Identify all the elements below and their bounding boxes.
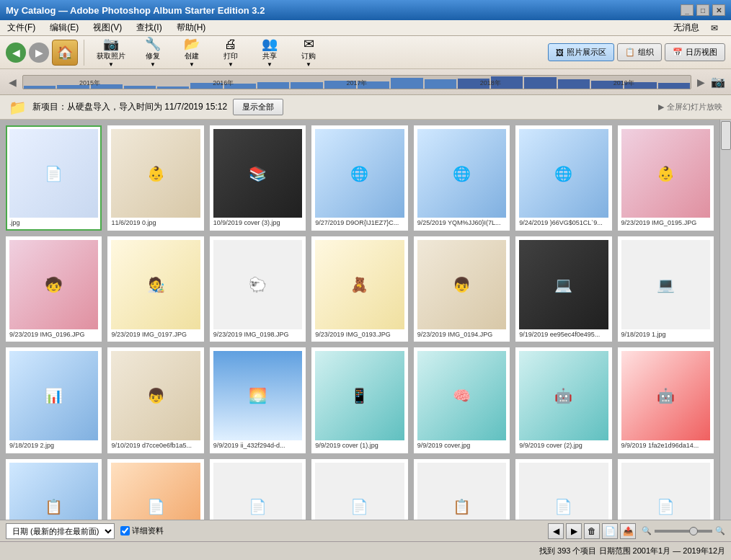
photo-item[interactable]: 🌅9/9/2019 ii_432f294d-d...	[210, 347, 306, 453]
status-text: 找到 393 个项目 日期范围 2001年1月 — 2019年12月	[539, 546, 725, 556]
menu-edit[interactable]: 编辑(E)	[45, 20, 83, 35]
photo-item[interactable]: 📄	[618, 459, 714, 520]
get-photos-button[interactable]: 📷 获取照片 ▼	[90, 39, 132, 66]
timeline-next[interactable]: ▶	[694, 75, 708, 89]
zoom-thumb	[689, 527, 698, 535]
organize-button[interactable]: 📋 组织	[617, 43, 662, 61]
photo-label: 9/27/2019 D9OR{IJ1EZ7}C...	[315, 219, 404, 227]
export-button[interactable]: 📤	[620, 523, 636, 539]
photo-view-button[interactable]: 🖼 照片展示区	[548, 43, 614, 61]
photo-item[interactable]: 🌐9/25/2019 YQM%JJ60}I(7L...	[414, 125, 510, 231]
zoom-out-icon[interactable]: 🔍	[642, 526, 652, 535]
photo-item[interactable]: 📄.jpg	[6, 125, 102, 231]
photo-item[interactable]: 🌐9/27/2019 D9OR{IJ1EZ7}C...	[311, 125, 407, 231]
calendar-button[interactable]: 📅 日历视图	[665, 43, 725, 61]
photo-item[interactable]: 🤖9/9/2019 cover (2).jpg	[515, 347, 611, 453]
fix-button[interactable]: 🔧 修复 ▼	[135, 39, 171, 66]
window-controls: _ □ ✕	[681, 4, 725, 16]
detail-check[interactable]	[120, 526, 130, 535]
create-button[interactable]: 📂 创建 ▼	[174, 39, 210, 66]
delete-button[interactable]: 🗑	[584, 523, 600, 539]
menu-view[interactable]: 视图(V)	[89, 20, 126, 35]
import-text: 新项目：从硬盘导入，导入时间为 11/7/2019 15:12	[32, 101, 227, 113]
photo-item[interactable]: 👦9/10/2019 d7cce0e6fb1a5...	[107, 347, 203, 453]
photo-item[interactable]: 🧸9/23/2019 IMG_0193.JPG	[311, 236, 407, 342]
calendar-icon: 📅	[673, 48, 683, 57]
timeline-track[interactable]: 2015年 2016年 2017年 2018年 2019年	[22, 75, 691, 89]
next-page-button[interactable]: ▶	[566, 523, 582, 539]
organize-icon: 📋	[625, 48, 635, 57]
photo-label: 11/6/2019 0.jpg	[111, 219, 200, 227]
sort-select[interactable]: 日期 (最新的排在最前面)	[6, 523, 115, 539]
photo-view-icon: 🖼	[556, 48, 564, 57]
photo-item[interactable]: 📊9/18/2019 2.jpg	[6, 347, 102, 453]
photo-label: 9/23/2019 IMG_0197.JPG	[111, 331, 200, 339]
forward-button[interactable]: ▶	[29, 43, 49, 63]
toolbar: ◀ ▶ 🏠 📷 获取照片 ▼ 🔧 修复 ▼ 📂 创建 ▼ 🖨 打印 ▼ 👥 共享…	[0, 36, 731, 69]
photo-label: 9/23/2019 IMG_0193.JPG	[315, 331, 404, 339]
photo-item[interactable]: 💻9/18/2019 1.jpg	[618, 236, 714, 342]
create-dropdown: ▼	[189, 61, 195, 68]
photo-item[interactable]: 💻9/19/2019 ee95ec4f0e495...	[515, 236, 611, 342]
home-button[interactable]: 🏠	[52, 40, 78, 66]
photo-item[interactable]: 👶11/6/2019 0.jpg	[107, 125, 203, 231]
camera-timeline-icon: 📷	[711, 75, 725, 89]
scrollbar[interactable]	[719, 120, 731, 520]
photo-item[interactable]: 📄	[311, 459, 407, 520]
fix-icon: 🔧	[145, 37, 161, 50]
fix-dropdown: ▼	[150, 61, 156, 68]
create-icon: 📂	[184, 37, 200, 50]
photo-item[interactable]: 🧑‍🎨9/23/2019 IMG_0197.JPG	[107, 236, 203, 342]
share-dropdown: ▼	[267, 61, 273, 68]
photo-item[interactable]: 📚10/9/2019 cover (3).jpg	[210, 125, 306, 231]
photo-label: 9/18/2019 1.jpg	[621, 331, 710, 339]
photo-item[interactable]: 🤖9/9/2019 1fa2e1d96da14...	[618, 347, 714, 453]
zoom-slider[interactable]	[655, 530, 712, 533]
photo-item[interactable]: 🧠9/9/2019 cover.jpg	[414, 347, 510, 453]
photo-grid: 📄.jpg👶11/6/2019 0.jpg📚10/9/2019 cover (3…	[0, 120, 719, 520]
maximize-button[interactable]: □	[696, 4, 709, 16]
photo-item[interactable]: 📄	[210, 459, 306, 520]
close-button[interactable]: ✕	[712, 4, 725, 16]
minimize-button[interactable]: _	[681, 4, 694, 16]
photo-item[interactable]: 📋	[6, 459, 102, 520]
share-button[interactable]: 👥 共享 ▼	[252, 39, 288, 66]
menu-file[interactable]: 文件(F)	[3, 20, 40, 35]
photo-item[interactable]: 📄	[107, 459, 203, 520]
zoom-in-icon[interactable]: 🔍	[715, 526, 725, 535]
photo-label: 9/9/2019 cover (2).jpg	[519, 442, 608, 450]
photo-item[interactable]: 🐑9/23/2019 IMG_0198.JPG	[210, 236, 306, 342]
prev-page-button[interactable]: ◀	[548, 523, 564, 539]
photo-item[interactable]: 📋	[414, 459, 510, 520]
view-buttons: 🖼 照片展示区 📋 组织 📅 日历视图	[548, 43, 725, 61]
slideshow-icon: ▶	[658, 102, 664, 112]
photo-item[interactable]: 📱9/9/2019 cover (1).jpg	[311, 347, 407, 453]
photo-item[interactable]: 🌐9/24/2019 )66VG$051CL`9...	[515, 125, 611, 231]
photo-label: 9/9/2019 cover.jpg	[417, 442, 506, 450]
photo-label: 9/23/2019 IMG_0196.JPG	[9, 331, 98, 339]
new-button[interactable]: 📄	[602, 523, 618, 539]
order-dropdown: ▼	[306, 61, 311, 68]
timeline: ◀ 2015年 2016年 2017年	[0, 69, 731, 95]
show-all-button[interactable]: 显示全部	[233, 99, 283, 115]
photo-label: 9/9/2019 ii_432f294d-d...	[213, 442, 302, 450]
print-button[interactable]: 🖨 打印 ▼	[213, 39, 249, 66]
photo-label: 10/9/2019 cover (3).jpg	[213, 219, 302, 227]
photo-item[interactable]: 👦9/23/2019 IMG_0194.JPG	[414, 236, 510, 342]
photo-item[interactable]: 👶9/23/2019 IMG_0195.JPG	[618, 125, 714, 231]
timeline-prev[interactable]: ◀	[6, 75, 19, 89]
menu-find[interactable]: 查找(I)	[132, 20, 166, 35]
order-button[interactable]: ✉ 订购 ▼	[291, 39, 327, 66]
photo-label: 9/23/2019 IMG_0194.JPG	[417, 331, 506, 339]
photo-item[interactable]: 📄	[515, 459, 611, 520]
photo-label: 9/10/2019 d7cce0e6fb1a5...	[111, 442, 200, 450]
slideshow-link[interactable]: ▶ 全屏幻灯片放映	[658, 102, 722, 112]
notification-icon: ✉	[706, 22, 722, 35]
back-button[interactable]: ◀	[6, 43, 26, 63]
status-bar: 找到 393 个项目 日期范围 2001年1月 — 2019年12月	[0, 541, 731, 560]
menu-help[interactable]: 帮助(H)	[172, 20, 211, 35]
photo-label: .jpg	[9, 219, 98, 227]
print-icon: 🖨	[224, 37, 237, 50]
photo-label: 9/23/2019 IMG_0198.JPG	[213, 331, 302, 339]
photo-item[interactable]: 🧒9/23/2019 IMG_0196.JPG	[6, 236, 102, 342]
